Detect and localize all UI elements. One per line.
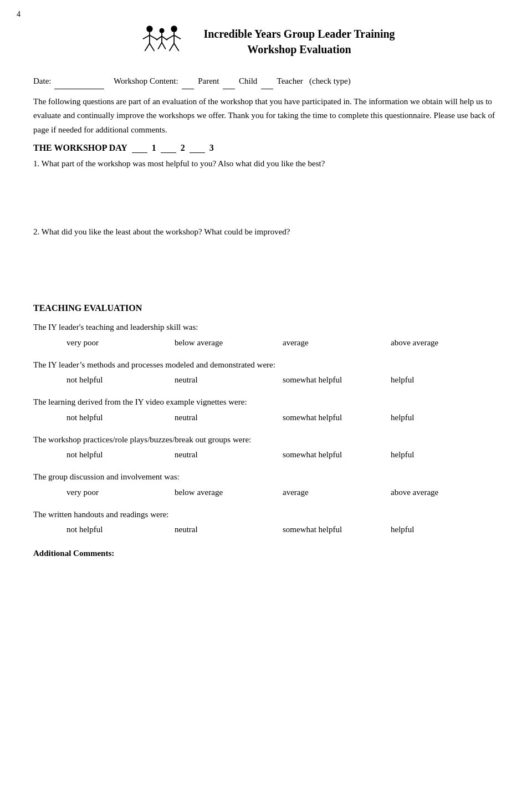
- eval-statement-0: The IY leader's teaching and leadership …: [33, 321, 499, 334]
- additional-comments-section: Additional Comments:: [33, 549, 499, 558]
- rating-item-3-3[interactable]: helpful: [391, 450, 499, 460]
- workshop-check-blank[interactable]: [182, 74, 194, 89]
- rating-item-5-3[interactable]: helpful: [391, 525, 499, 534]
- teacher-check-blank[interactable]: [261, 74, 273, 89]
- parent-label: Parent: [198, 76, 219, 85]
- header-title-line1: Incredible Years Group Leader Training: [203, 26, 395, 42]
- header-text: Incredible Years Group Leader Training W…: [203, 26, 395, 57]
- svg-line-3: [150, 35, 156, 39]
- rating-item-4-1[interactable]: below average: [175, 488, 283, 497]
- rating-item-1-2[interactable]: somewhat helpful: [283, 375, 391, 385]
- teacher-label: Teacher: [277, 76, 303, 85]
- svg-line-2: [144, 35, 150, 39]
- q1-answer-space-2: [33, 199, 499, 226]
- question-2: 2. What did you like the least about the…: [33, 226, 499, 238]
- check-type-label: (check type): [309, 76, 351, 85]
- rating-item-5-0[interactable]: not helpful: [66, 525, 175, 534]
- svg-line-11: [162, 43, 166, 49]
- date-field[interactable]: [54, 74, 104, 89]
- child-check-blank[interactable]: [223, 74, 235, 89]
- eval-statement-2: The learning derived from the IY video e…: [33, 396, 499, 409]
- q1-number: 1.: [33, 159, 39, 168]
- rating-row-1: not helpful neutral somewhat helpful hel…: [33, 372, 499, 388]
- q1-text: What part of the workshop was most helpf…: [42, 159, 325, 168]
- q2-answer-space: [33, 240, 499, 267]
- svg-line-4: [145, 43, 150, 50]
- eval-statement-3: The workshop practices/role plays/buzzes…: [33, 433, 499, 446]
- workshop-day-label: THE WORKSHOP DAY: [33, 143, 127, 153]
- rating-item-3-1[interactable]: neutral: [175, 450, 283, 460]
- header-section: Incredible Years Group Leader Training W…: [33, 22, 499, 61]
- day2-blank[interactable]: [161, 142, 176, 153]
- intro-line1: The following questions are part of an e…: [33, 97, 352, 106]
- svg-point-6: [160, 28, 165, 33]
- rating-item-0-0[interactable]: very poor: [66, 338, 175, 348]
- svg-line-17: [174, 43, 178, 50]
- rating-item-1-1[interactable]: neutral: [175, 375, 283, 385]
- q2-number: 2.: [33, 227, 39, 236]
- date-label: Date:: [33, 76, 51, 85]
- svg-line-14: [168, 35, 174, 39]
- svg-line-10: [158, 43, 162, 49]
- day1-blank[interactable]: [132, 142, 147, 153]
- child-label: Child: [239, 76, 257, 85]
- svg-line-15: [174, 35, 180, 39]
- eval-statement-5: The written handouts and readings were:: [33, 508, 499, 521]
- rating-item-1-0[interactable]: not helpful: [66, 375, 175, 385]
- svg-line-19: [167, 39, 168, 40]
- rating-row-3: not helpful neutral somewhat helpful hel…: [33, 447, 499, 463]
- q2-text: What did you like the least about the wo…: [42, 227, 290, 236]
- rating-row-5: not helpful neutral somewhat helpful hel…: [33, 522, 499, 538]
- day3-label: 3: [209, 143, 214, 153]
- rating-item-3-2[interactable]: somewhat helpful: [283, 450, 391, 460]
- day3-blank[interactable]: [190, 142, 205, 153]
- workshop-day-section: THE WORKSHOP DAY 1 2 3: [33, 142, 499, 153]
- q1-answer-space: [33, 172, 499, 199]
- teaching-eval-title: TEACHING EVALUATION: [33, 303, 499, 313]
- rating-item-2-1[interactable]: neutral: [175, 413, 283, 422]
- rating-item-4-2[interactable]: average: [283, 488, 391, 497]
- rating-item-0-1[interactable]: below average: [175, 338, 283, 348]
- q2-answer-space-2: [33, 267, 499, 293]
- eval-statement-1: The IY leader’s methods and processes mo…: [33, 359, 499, 371]
- page-number: 4: [17, 10, 21, 19]
- svg-line-9: [162, 36, 167, 40]
- header-title-line2: Workshop Evaluation: [203, 42, 395, 57]
- rating-item-2-3[interactable]: helpful: [391, 413, 499, 422]
- eval-statement-4: The group discussion and involvement was…: [33, 471, 499, 483]
- rating-item-2-2[interactable]: somewhat helpful: [283, 413, 391, 422]
- rating-item-3-0[interactable]: not helpful: [66, 450, 175, 460]
- date-content-row: Date: Workshop Content: Parent Child Tea…: [33, 74, 499, 89]
- svg-point-0: [147, 25, 153, 32]
- rating-item-1-3[interactable]: helpful: [391, 375, 499, 385]
- svg-line-8: [157, 36, 162, 40]
- svg-line-16: [170, 43, 174, 50]
- rating-item-0-3[interactable]: above average: [391, 338, 499, 348]
- rating-item-4-0[interactable]: very poor: [66, 488, 175, 497]
- rating-item-5-2[interactable]: somewhat helpful: [283, 525, 391, 534]
- rating-row-4: very poor below average average above av…: [33, 484, 499, 501]
- rating-item-2-0[interactable]: not helpful: [66, 413, 175, 422]
- intro-block: The following questions are part of an e…: [33, 95, 499, 137]
- workshop-content-label: Workshop Content:: [114, 76, 178, 85]
- svg-line-5: [150, 43, 154, 50]
- rating-item-5-1[interactable]: neutral: [175, 525, 283, 534]
- rating-row-0: very poor below average average above av…: [33, 335, 499, 351]
- question-1: 1. What part of the workshop was most he…: [33, 157, 499, 170]
- rating-row-2: not helpful neutral somewhat helpful hel…: [33, 410, 499, 426]
- day1-label: 1: [152, 143, 156, 153]
- logo-icon: [137, 22, 187, 61]
- rating-item-4-3[interactable]: above average: [391, 488, 499, 497]
- day2-label: 2: [181, 143, 185, 153]
- svg-line-18: [156, 39, 157, 40]
- rating-item-0-2[interactable]: average: [283, 338, 391, 348]
- svg-point-12: [171, 25, 177, 32]
- additional-comments-label: Additional Comments:: [33, 549, 114, 558]
